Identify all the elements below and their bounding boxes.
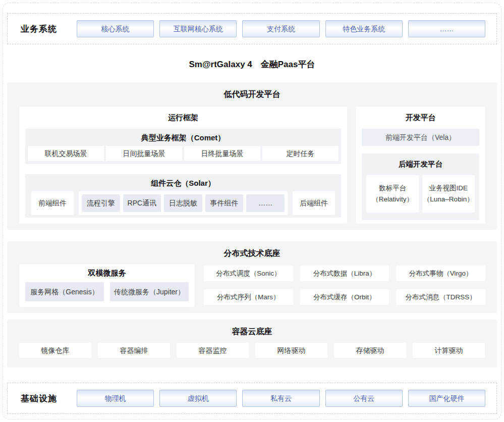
container-cloud-section: 容器云底座 镜像仓库 容器编排 容器监控 网络驱动 存储驱动 计算驱动: [7, 320, 497, 367]
libra-distributed-data[interactable]: 分布式数据（Libra）: [300, 266, 389, 281]
jupiter-traditional-microservice[interactable]: 传统微服务（Jupiter）: [110, 282, 189, 301]
solar-chip-rpc[interactable]: RPC通讯: [123, 194, 161, 212]
infrastructure-band: 基础设施 物理机 虚拟机 私有云 公有云 国产化硬件: [7, 383, 497, 414]
comet-item-eod-batch[interactable]: 日终批量场景: [184, 146, 260, 161]
relativity-line1: 数标平台: [379, 183, 406, 194]
page-title: Sm@rtGalaxy 4 金融Paas平台: [0, 59, 504, 70]
solar-chips-strip: 流程引擎 RPC通讯 日志脱敏 事件组件 ……: [79, 191, 288, 215]
distributed-base-section: 分布式技术底座 双模微服务 服务网格（Genesis） 传统微服务（Jupite…: [7, 241, 497, 313]
container-orchestration[interactable]: 容器编排: [98, 343, 170, 358]
business-systems-label: 业务系统: [21, 23, 71, 35]
backend-dev-box: 后端开发平台 数标平台 （Relativity） 业务视图IDE （Luna–R…: [362, 153, 479, 220]
business-systems-band: 业务系统 核心系统 互联网核心系统 支付系统 特色业务系统 ……: [7, 13, 497, 44]
distributed-base-title: 分布式技术底座: [7, 241, 497, 259]
container-cloud-title: 容器云底座: [7, 320, 497, 337]
luna-robin-business-view-ide[interactable]: 业务视图IDE （Luna–Robin）: [422, 175, 475, 213]
infra-virtual-machine[interactable]: 虚拟机: [159, 390, 237, 407]
business-system-special[interactable]: 特色业务系统: [325, 20, 403, 37]
orbit-distributed-cache[interactable]: 分布式缓存（Orbit）: [300, 289, 389, 305]
mars-distributed-sequence[interactable]: 分布式序列（Mars）: [204, 289, 293, 305]
business-system-core[interactable]: 核心系统: [77, 20, 154, 37]
runtime-framework-panel: 运行框架 典型业务框架（Comet） 联机交易场景 日间批量场景 日终批量场景 …: [19, 107, 347, 224]
luna-robin-line2: （Luna–Robin）: [423, 194, 474, 205]
comet-item-online-trading[interactable]: 联机交易场景: [28, 146, 104, 161]
dual-mode-title: 双模微服务: [19, 264, 195, 278]
tdrss-distributed-message[interactable]: 分布式消息（TDRSS）: [396, 289, 485, 305]
comet-item-scheduled-task[interactable]: 定时任务: [262, 146, 339, 161]
vela-frontend-dev-platform[interactable]: 前端开发平台（Vela）: [362, 129, 479, 146]
infra-physical-machine[interactable]: 物理机: [77, 390, 154, 407]
solar-component-title: 组件云仓（Solar）: [25, 174, 341, 188]
solar-chip-event[interactable]: 事件组件: [205, 194, 244, 212]
dual-mode-items-row: 服务网格（Genesis） 传统微服务（Jupiter）: [25, 282, 189, 301]
solar-chip-log-masking[interactable]: 日志脱敏: [164, 194, 202, 212]
lowcode-platform-section: 低代码开发平台 运行框架 典型业务框架（Comet） 联机交易场景 日间批量场景…: [7, 82, 497, 230]
virgo-distributed-transaction[interactable]: 分布式事物（Virgo）: [396, 266, 485, 281]
network-driver[interactable]: 网络驱动: [255, 343, 327, 358]
container-monitoring[interactable]: 容器监控: [177, 343, 249, 358]
backend-dev-title: 后端开发平台: [362, 153, 479, 169]
comet-framework-title: 典型业务框架（Comet）: [25, 129, 341, 143]
runtime-framework-title: 运行框架: [19, 107, 347, 123]
comet-items-row: 联机交易场景 日间批量场景 日终批量场景 定时任务: [28, 146, 339, 161]
solar-items-row: 前端组件 流程引擎 RPC通讯 日志脱敏 事件组件 …… 后端组件: [31, 191, 335, 215]
solar-backend-components[interactable]: 后端组件: [293, 191, 335, 215]
solar-frontend-components[interactable]: 前端组件: [31, 191, 74, 215]
image-registry[interactable]: 镜像仓库: [19, 343, 91, 358]
infrastructure-label: 基础设施: [21, 393, 71, 404]
lowcode-platform-title: 低代码开发平台: [7, 82, 497, 100]
relativity-line2: （Relativity）: [372, 194, 413, 205]
backend-dev-items-row: 数标平台 （Relativity） 业务视图IDE （Luna–Robin）: [366, 175, 475, 213]
storage-driver[interactable]: 存储驱动: [334, 343, 406, 358]
sonic-distributed-scheduling[interactable]: 分布式调度（Sonic）: [204, 266, 293, 281]
business-system-internet-core[interactable]: 互联网核心系统: [159, 20, 237, 37]
compute-driver[interactable]: 计算驱动: [413, 343, 485, 358]
architecture-diagram: 业务系统 核心系统 互联网核心系统 支付系统 特色业务系统 …… Sm@rtGa…: [0, 0, 504, 422]
business-system-payment[interactable]: 支付系统: [242, 20, 319, 37]
infra-private-cloud[interactable]: 私有云: [242, 390, 319, 407]
infra-public-cloud[interactable]: 公有云: [325, 390, 403, 407]
genesis-service-mesh[interactable]: 服务网格（Genesis）: [25, 282, 104, 301]
distributed-items-grid: 分布式调度（Sonic） 分布式数据（Libra） 分布式事物（Virgo） 分…: [204, 266, 485, 305]
dev-platform-title: 开发平台: [356, 107, 485, 123]
business-system-more[interactable]: ……: [408, 20, 485, 37]
dual-mode-microservice-panel: 双模微服务 服务网格（Genesis） 传统微服务（Jupiter）: [19, 264, 195, 307]
solar-component-box: 组件云仓（Solar） 前端组件 流程引擎 RPC通讯 日志脱敏 事件组件 ………: [25, 174, 341, 218]
infra-domestic-hardware[interactable]: 国产化硬件: [408, 390, 485, 407]
solar-chip-more[interactable]: ……: [246, 194, 285, 212]
relativity-data-platform[interactable]: 数标平台 （Relativity）: [366, 175, 419, 213]
comet-framework-box: 典型业务框架（Comet） 联机交易场景 日间批量场景 日终批量场景 定时任务: [25, 129, 341, 164]
luna-robin-line1: 业务视图IDE: [429, 183, 468, 194]
solar-chip-process-engine[interactable]: 流程引擎: [82, 194, 120, 212]
container-cloud-items-row: 镜像仓库 容器编排 容器监控 网络驱动 存储驱动 计算驱动: [19, 343, 485, 358]
dev-platform-panel: 开发平台 前端开发平台（Vela） 后端开发平台 数标平台 （Relativit…: [356, 107, 485, 224]
comet-item-intraday-batch[interactable]: 日间批量场景: [106, 146, 182, 161]
